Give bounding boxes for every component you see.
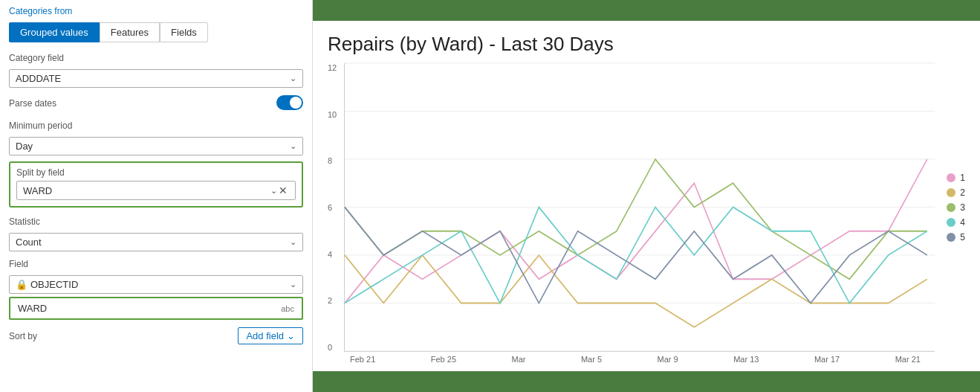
x-label-mar13: Mar 13 bbox=[733, 355, 759, 364]
legend-item-2: 2 bbox=[947, 187, 965, 198]
legend-item-4: 4 bbox=[947, 217, 965, 228]
chart-svg bbox=[345, 63, 935, 351]
x-label-mar: Mar bbox=[512, 355, 526, 364]
category-field-label: Category field bbox=[9, 53, 303, 63]
minimum-period-select-wrap[interactable]: Day ⌄ bbox=[9, 137, 303, 155]
x-label-feb25: Feb 25 bbox=[431, 355, 456, 364]
ward-dropdown-value: WARD bbox=[18, 303, 47, 314]
legend-label-2: 2 bbox=[960, 187, 965, 198]
field-input[interactable] bbox=[30, 279, 290, 290]
chart-footer-bar bbox=[313, 371, 980, 392]
minimum-period-label: Minimum period bbox=[9, 121, 303, 131]
ward-type-label: abc bbox=[281, 304, 294, 313]
chevron-down-icon: ⌄ bbox=[290, 237, 296, 247]
add-field-label: Add field bbox=[246, 330, 284, 341]
lock-icon: 🔒 bbox=[16, 279, 27, 290]
legend-dot-4 bbox=[947, 218, 955, 227]
y-label-10: 10 bbox=[328, 110, 338, 119]
split-by-field-section: Split by field WARD ⌄ ✕ bbox=[9, 161, 303, 208]
chart-header-bar bbox=[313, 0, 980, 21]
tab-features[interactable]: Features bbox=[100, 22, 160, 42]
ward-dropdown[interactable]: WARD abc bbox=[9, 297, 303, 320]
tab-fields[interactable]: Fields bbox=[160, 22, 208, 42]
series-2 bbox=[345, 255, 927, 327]
split-by-field-label: Split by field bbox=[16, 167, 296, 178]
tab-grouped-values[interactable]: Grouped values bbox=[9, 22, 100, 42]
legend-dot-5 bbox=[947, 233, 955, 242]
sort-by-label: Sort by bbox=[9, 331, 37, 341]
parse-dates-toggle[interactable] bbox=[276, 95, 303, 110]
field-label: Field bbox=[9, 259, 303, 269]
legend-dot-1 bbox=[947, 173, 955, 182]
chevron-down-icon: ⌄ bbox=[270, 186, 277, 196]
legend-item-1: 1 bbox=[947, 173, 965, 183]
category-field-select[interactable]: ADDDATE bbox=[16, 73, 290, 84]
split-clear-button[interactable]: ✕ bbox=[277, 184, 289, 196]
y-label-6: 6 bbox=[328, 203, 338, 212]
sort-by-row: Sort by Add field ⌄ bbox=[9, 327, 303, 344]
legend-label-5: 5 bbox=[960, 232, 965, 242]
field-input-wrap[interactable]: 🔒 ⌄ bbox=[9, 275, 303, 294]
y-label-4: 4 bbox=[328, 250, 338, 259]
y-label-12: 12 bbox=[328, 63, 338, 72]
legend-label-3: 3 bbox=[960, 202, 965, 213]
right-panel: Repairs (by Ward) - Last 30 Days 0 2 4 6… bbox=[313, 0, 980, 392]
chart-title: Repairs (by Ward) - Last 30 Days bbox=[328, 33, 965, 56]
legend-dot-3 bbox=[947, 203, 955, 212]
left-panel: Categories from Grouped values Features … bbox=[0, 0, 313, 392]
series-3 bbox=[345, 159, 927, 279]
chart-container: 0 2 4 6 8 10 12 bbox=[328, 63, 965, 352]
y-axis: 0 2 4 6 8 10 12 bbox=[328, 63, 344, 352]
x-label-mar9: Mar 9 bbox=[658, 355, 678, 364]
x-label-mar17: Mar 17 bbox=[814, 355, 840, 364]
split-by-field-select-wrap[interactable]: WARD ⌄ ✕ bbox=[16, 181, 296, 200]
chart-plot bbox=[344, 63, 935, 352]
x-label-mar5: Mar 5 bbox=[581, 355, 602, 364]
x-label-feb21: Feb 21 bbox=[350, 355, 375, 364]
legend-label-4: 4 bbox=[960, 217, 965, 228]
statistic-label: Statistic bbox=[9, 216, 303, 227]
legend-label-1: 1 bbox=[960, 173, 965, 183]
parse-dates-row: Parse dates bbox=[9, 95, 303, 110]
split-by-field-select[interactable]: WARD bbox=[23, 185, 270, 196]
statistic-select[interactable]: Count bbox=[16, 237, 290, 248]
parse-dates-label: Parse dates bbox=[9, 98, 56, 109]
y-label-0: 0 bbox=[328, 343, 338, 352]
chart-legend: 1 2 3 4 5 bbox=[935, 63, 965, 352]
x-axis-labels: Feb 21 Feb 25 Mar Mar 5 Mar 9 Mar 13 Mar… bbox=[350, 355, 965, 364]
legend-item-3: 3 bbox=[947, 202, 965, 213]
chevron-down-icon: ⌄ bbox=[290, 141, 296, 151]
categories-from-label: Categories from bbox=[9, 6, 303, 16]
legend-dot-2 bbox=[947, 188, 955, 197]
chevron-down-icon: ⌄ bbox=[290, 280, 296, 289]
x-label-mar21: Mar 21 bbox=[895, 355, 921, 364]
y-label-2: 2 bbox=[328, 296, 338, 305]
chart-area: Repairs (by Ward) - Last 30 Days 0 2 4 6… bbox=[313, 21, 980, 371]
category-field-select-wrap[interactable]: ADDDATE ⌄ bbox=[9, 69, 303, 88]
chevron-down-icon: ⌄ bbox=[290, 74, 296, 83]
add-field-button[interactable]: Add field ⌄ bbox=[238, 327, 303, 344]
minimum-period-select[interactable]: Day bbox=[16, 141, 290, 152]
y-label-8: 8 bbox=[328, 156, 338, 165]
chevron-down-icon: ⌄ bbox=[287, 330, 295, 341]
legend-item-5: 5 bbox=[947, 232, 965, 242]
statistic-select-wrap[interactable]: Count ⌄ bbox=[9, 233, 303, 251]
tab-group-categories: Grouped values Features Fields bbox=[9, 22, 303, 42]
